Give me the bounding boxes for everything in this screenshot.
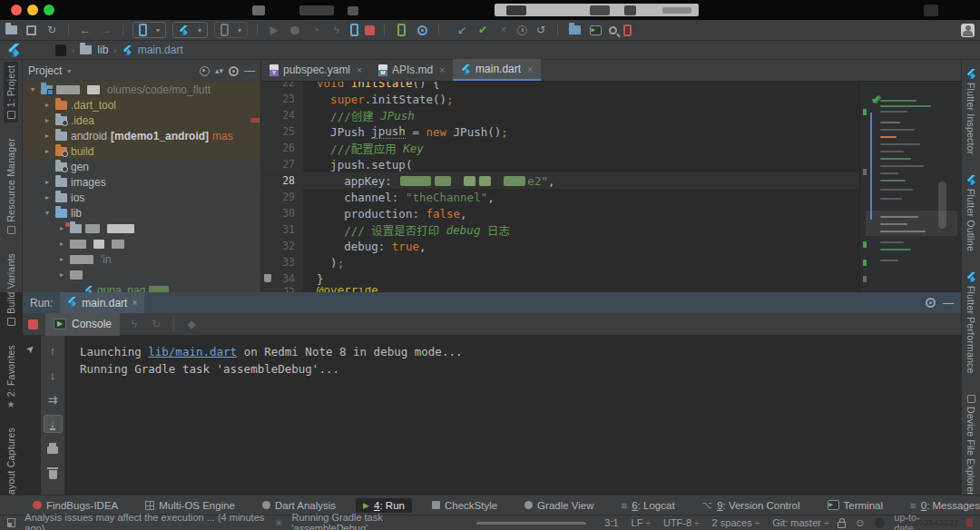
tree-collapsed-arrow[interactable]: ▸: [43, 132, 52, 140]
editor-scrollbar-thumb[interactable]: [938, 182, 946, 229]
console-tab[interactable]: ▶ Console: [45, 313, 120, 336]
profile-icon[interactable]: ◔: [309, 23, 323, 37]
code-line[interactable]: 25 JPush jpush = new JPush();: [261, 123, 859, 140]
device-manager-icon[interactable]: [623, 25, 632, 36]
code-line[interactable]: 23 super.initState();: [261, 91, 859, 107]
clear-console-icon[interactable]: [44, 464, 63, 482]
tree-expanded-arrow[interactable]: ▾: [43, 209, 52, 217]
project-structure-icon[interactable]: [567, 23, 582, 37]
tree-row[interactable]: ▸ios: [23, 190, 260, 205]
status-widget-git-master[interactable]: Git: master÷: [772, 517, 828, 528]
tool-window-button-run[interactable]: ▶4: Run: [356, 498, 412, 513]
save-all-icon[interactable]: [24, 23, 38, 37]
close-tab-icon[interactable]: ×: [439, 65, 445, 75]
hide-panel-icon[interactable]: —: [244, 64, 255, 77]
tree-row[interactable]: ▸: [23, 236, 260, 251]
tree-row[interactable]: gen: [23, 159, 260, 174]
editor-tab-apis-md[interactable]: APIs.md×: [370, 59, 453, 81]
hot-reload-icon[interactable]: ϟ: [329, 23, 344, 37]
code-line[interactable]: 28 appKey: e2",: [261, 172, 859, 189]
git-commit-icon[interactable]: ✔: [475, 23, 490, 37]
locate-file-icon[interactable]: [200, 66, 210, 76]
tool-window-button-terminal[interactable]: ▶Terminal: [820, 498, 890, 513]
run-tab[interactable]: main.dart ×: [60, 292, 144, 313]
target-device-selector[interactable]: ▾: [214, 22, 248, 38]
tree-collapsed-arrow[interactable]: ▸: [43, 101, 52, 109]
code-line[interactable]: 33 );: [261, 254, 859, 270]
zoom-window-button[interactable]: [44, 5, 54, 15]
run-config-selector[interactable]: ▾: [172, 22, 208, 38]
scroll-to-end-icon[interactable]: ↓: [44, 415, 63, 433]
open-project-icon[interactable]: [5, 25, 17, 34]
sidebar-item-2-favorites[interactable]: 2: Favorites★: [4, 341, 18, 412]
tree-row[interactable]: ▾lib: [23, 205, 260, 221]
code-analysis-smiley-icon[interactable]: ☺: [855, 516, 866, 529]
hot-restart-icon[interactable]: ↻: [149, 317, 163, 331]
stop-icon[interactable]: [365, 25, 375, 35]
breadcrumb-main-dart[interactable]: main.dart: [138, 44, 183, 56]
run-anything-icon[interactable]: ▶: [588, 23, 603, 37]
tool-window-flutter-performance[interactable]: Flutter Performance: [964, 269, 978, 378]
tree-row[interactable]: ▸build: [23, 143, 260, 159]
tool-window-button-messages[interactable]: ≡0: Messages: [903, 498, 980, 513]
tool-window-button-dart-analysis[interactable]: Dart Analysis: [255, 498, 343, 513]
editor-tab-pubspec-yaml[interactable]: pubspec.yaml×: [261, 59, 370, 81]
notifications-icon[interactable]: [875, 517, 885, 528]
editor-tab-main-dart[interactable]: main.dart×: [453, 59, 541, 81]
tool-window-button-version-control[interactable]: ⌥9: Version Control: [695, 498, 808, 513]
tree-row[interactable]: ▸.dart_tool: [23, 97, 260, 113]
tree-row[interactable]: guna_pag: [23, 282, 260, 292]
hot-reload-icon[interactable]: ϟ: [127, 317, 142, 331]
sidebar-item-build-variants[interactable]: Build Variants: [4, 250, 18, 329]
search-everywhere-icon[interactable]: [609, 26, 617, 34]
tool-window-button-logcat[interactable]: ≡6: Logcat: [614, 498, 682, 513]
tool-window-flutter-inspector[interactable]: Flutter Inspector: [964, 65, 978, 158]
status-widget-utf-8[interactable]: UTF-8÷: [663, 517, 700, 528]
history-icon[interactable]: [517, 25, 527, 35]
code-line[interactable]: 26 ///配置应用 Key: [261, 140, 859, 156]
git-update-icon[interactable]: ↙: [455, 23, 469, 37]
project-view-dropdown[interactable]: ▾: [67, 67, 71, 75]
tree-row[interactable]: ▸: [23, 267, 260, 282]
close-tab-icon[interactable]: ×: [527, 64, 533, 74]
tree-row[interactable]: ▾olumes/code/mo_flutt: [23, 82, 260, 97]
readonly-lock-icon[interactable]: [838, 522, 845, 528]
forward-icon[interactable]: →: [99, 23, 113, 37]
close-window-button[interactable]: [11, 5, 22, 15]
tree-collapsed-arrow[interactable]: ▸: [43, 147, 52, 155]
prev-occurrence-icon[interactable]: ↑: [44, 341, 63, 359]
tool-window-button-checkstyle[interactable]: CheckStyle: [425, 498, 505, 513]
status-widget-3-1[interactable]: 3:1: [604, 517, 618, 528]
tool-window-device-file-explorer[interactable]: Device File Explorer: [964, 391, 978, 499]
code-line[interactable]: 31 /// 设置是否打印 debug 日志: [261, 221, 859, 238]
close-run-tab-icon[interactable]: ×: [132, 298, 137, 308]
avd-manager-icon[interactable]: [415, 23, 429, 37]
run-on-device-icon[interactable]: [394, 23, 408, 37]
sidebar-item-1-project[interactable]: 1: Project: [4, 62, 18, 123]
device-selector[interactable]: ▾: [132, 22, 166, 38]
tree-row[interactable]: ▸'in: [23, 251, 260, 267]
code-line[interactable]: 22 void initState() {: [261, 82, 859, 91]
sidebar-item-resource-manager[interactable]: Resource Manager: [4, 134, 18, 238]
code-line[interactable]: 24 ///创建 JPush: [261, 107, 859, 123]
tool-window-button-gradle-view[interactable]: Gradle View: [517, 498, 601, 513]
tree-collapsed-arrow[interactable]: ▸: [57, 240, 66, 248]
code-editor[interactable]: 22 void initState() {23 super.initState(…: [261, 82, 859, 292]
tree-collapsed-arrow[interactable]: ▸: [57, 255, 66, 263]
tree-row[interactable]: ▸android [mdemo1_android] mas: [23, 128, 260, 143]
tree-collapsed-arrow[interactable]: ▸: [43, 178, 52, 186]
code-line[interactable]: 32 debug: true,: [261, 238, 859, 254]
code-line[interactable]: 34 }: [261, 270, 859, 287]
minimize-run-panel-icon[interactable]: —: [943, 297, 954, 309]
stop-icon[interactable]: [28, 319, 38, 329]
status-widget-lf[interactable]: LF÷: [632, 517, 651, 528]
tree-row[interactable]: ▸images: [23, 174, 260, 190]
code-line[interactable]: 29 channel: "theChannel",: [261, 189, 859, 205]
tree-row[interactable]: ▸: [23, 221, 260, 236]
close-tab-icon[interactable]: ×: [357, 65, 362, 75]
attach-debugger-icon[interactable]: [350, 24, 358, 36]
project-settings-gear-icon[interactable]: [229, 66, 239, 76]
sync-icon[interactable]: ↻: [44, 23, 59, 37]
toggle-tool-windows-icon[interactable]: [7, 518, 15, 527]
run-settings-gear-icon[interactable]: [926, 298, 936, 308]
